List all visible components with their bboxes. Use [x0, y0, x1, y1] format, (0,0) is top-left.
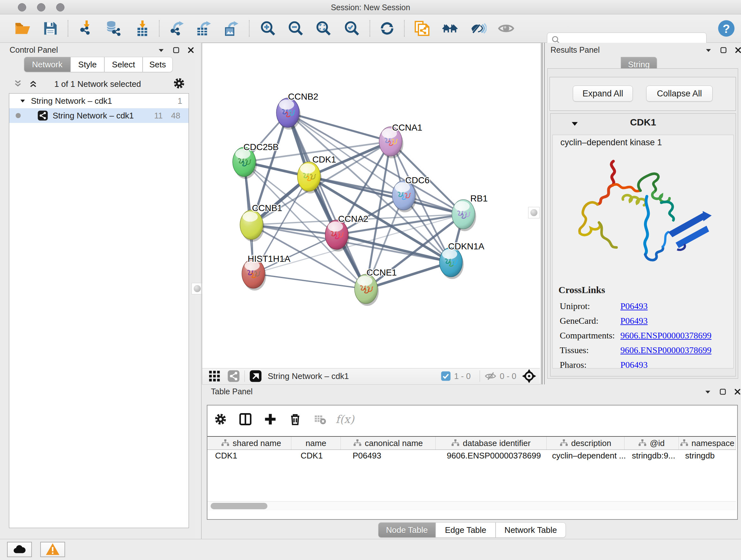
open-folder-icon[interactable]	[12, 18, 32, 39]
column-header-database-identifier[interactable]: database identifier	[435, 437, 547, 449]
table-cell[interactable]: stringdb:9...	[632, 449, 675, 462]
crosslink-link[interactable]: P06493	[620, 360, 648, 368]
network-node-cdkn1a[interactable]	[440, 247, 464, 279]
table-cell[interactable]: CDK1	[215, 449, 237, 462]
column-header--id[interactable]: @id	[624, 437, 679, 449]
panel-menu-icon[interactable]	[704, 46, 713, 54]
network-canvas[interactable]: CCNB2CCNA1CDC25BCDK1CDC6RB1CCNB1CCNA2CDK…	[202, 43, 540, 368]
table-cell[interactable]: 9606.ENSP00000378699	[447, 449, 541, 462]
column-header-shared-name[interactable]: shared name	[211, 437, 291, 449]
collapse-triangle-icon[interactable]	[19, 97, 26, 105]
network-node-ccne1[interactable]	[354, 274, 379, 306]
network-collection-row[interactable]: String Network – cdk1 1	[9, 94, 189, 108]
table-hscrollbar[interactable]	[207, 501, 736, 510]
export-image-icon[interactable]	[221, 18, 241, 39]
houses-icon[interactable]	[440, 18, 461, 39]
tab-network-table[interactable]: Network Table	[495, 522, 566, 538]
table-header-row[interactable]: shared namenamecanonical namedatabase id…	[207, 436, 736, 450]
crosslink-link[interactable]: 9606.ENSP00000378699	[620, 330, 711, 340]
import-database-icon[interactable]	[103, 18, 124, 39]
tab-select[interactable]: Select	[105, 57, 143, 72]
network-node-ccnb1[interactable]	[240, 210, 264, 242]
table-gear-icon[interactable]	[211, 409, 230, 429]
network-options-gear-icon[interactable]	[172, 77, 186, 90]
network-node-rb1[interactable]	[452, 199, 476, 231]
import-table-icon[interactable]	[132, 18, 152, 39]
network-edge[interactable]	[288, 113, 366, 289]
export-network-icon[interactable]	[166, 18, 187, 39]
column-header-namespace[interactable]: namespace	[679, 437, 736, 449]
network-node-ccna2[interactable]	[325, 220, 349, 252]
column-header-name[interactable]: name	[291, 437, 341, 449]
panel-menu-icon[interactable]	[157, 46, 165, 54]
save-icon[interactable]	[40, 18, 61, 39]
share-document-icon[interactable]	[412, 18, 432, 39]
float-panel-icon[interactable]	[172, 46, 180, 54]
fit-content-crosshair-icon[interactable]	[522, 368, 537, 384]
right-splitter-handle[interactable]	[528, 207, 540, 219]
cloud-button[interactable]	[7, 542, 32, 557]
table-cell[interactable]: CDK1	[300, 449, 323, 462]
close-panel-icon[interactable]	[734, 388, 741, 395]
function-builder-icon[interactable]: f(x)	[335, 409, 355, 429]
crosslink-label: Uniprot:	[560, 301, 620, 311]
network-row[interactable]: String Network – cdk1 11 48	[9, 108, 189, 123]
zoom-out-icon[interactable]	[286, 18, 306, 39]
table-hscroll-thumb[interactable]	[211, 503, 267, 509]
column-header-description[interactable]: description	[547, 437, 624, 449]
birdseye-view-icon[interactable]	[249, 370, 262, 382]
network-edge[interactable]	[253, 273, 366, 289]
table-cell[interactable]: stringdb	[685, 449, 715, 462]
tab-sets[interactable]: Sets	[143, 57, 173, 72]
column-mapping-icon	[353, 439, 361, 447]
zoom-in-icon[interactable]	[258, 18, 278, 39]
crosslink-link[interactable]: P06493	[620, 316, 648, 326]
export-table-icon[interactable]	[193, 18, 214, 39]
tab-edge-table[interactable]: Edge Table	[435, 522, 495, 538]
show-all-icon[interactable]	[496, 18, 516, 39]
close-panel-icon[interactable]	[734, 46, 741, 54]
left-splitter[interactable]	[201, 43, 202, 539]
control-panel-title: Control Panel	[10, 45, 58, 55]
table-row[interactable]: CDK1CDK1P064939606.ENSP00000378699cyclin…	[207, 449, 736, 462]
close-panel-icon[interactable]	[187, 46, 195, 54]
node-label-ccnb1: CCNB1	[252, 203, 282, 213]
hidden-eye-icon[interactable]	[484, 370, 496, 382]
right-splitter[interactable]	[542, 43, 542, 384]
zoom-fit-icon[interactable]	[313, 18, 334, 39]
column-header-label: shared name	[232, 438, 281, 448]
tab-style[interactable]: Style	[71, 57, 105, 72]
network-selection-status: 1 of 1 Network selected	[0, 79, 195, 89]
grid-view-icon[interactable]	[208, 370, 221, 382]
add-column-icon[interactable]	[260, 409, 280, 429]
refresh-icon[interactable]	[377, 18, 397, 39]
table-box: f(x) shared namenamecanonical namedataba…	[207, 405, 738, 520]
collapse-all-button[interactable]: Collapse All	[646, 85, 713, 102]
main-toolbar: ?	[0, 14, 741, 43]
crosslink-link[interactable]: 9606.ENSP00000378699	[620, 345, 711, 355]
float-panel-icon[interactable]	[720, 46, 727, 54]
column-header-canonical-name[interactable]: canonical name	[341, 437, 435, 449]
show-columns-icon[interactable]	[235, 409, 255, 429]
column-mapping-icon	[221, 439, 229, 447]
hide-selected-icon[interactable]	[468, 18, 488, 39]
zoom-selected-icon[interactable]	[342, 18, 362, 39]
crosslink-link[interactable]: P06493	[620, 301, 648, 311]
float-panel-icon[interactable]	[719, 388, 727, 395]
table-cell[interactable]: P06493	[353, 449, 381, 462]
selected-checkbox-icon[interactable]	[441, 371, 451, 381]
table-cell[interactable]: cyclin–dependent ...	[552, 449, 626, 462]
delete-column-icon[interactable]	[285, 409, 305, 429]
network-view-mode-icon[interactable]	[227, 370, 240, 382]
network-node-cdk1[interactable]	[297, 162, 322, 193]
tab-node-table[interactable]: Node Table	[378, 522, 435, 538]
network-node-ccnb2[interactable]	[276, 98, 300, 130]
help-icon[interactable]: ?	[716, 18, 737, 39]
panel-menu-icon[interactable]	[704, 388, 712, 396]
expand-all-button[interactable]: Expand All	[573, 85, 633, 102]
delete-table-icon[interactable]	[310, 409, 330, 429]
warnings-button[interactable]	[40, 542, 65, 557]
crosslink-label: GeneCard:	[560, 316, 620, 326]
import-network-icon[interactable]	[76, 18, 97, 39]
tab-network[interactable]: Network	[24, 57, 71, 72]
